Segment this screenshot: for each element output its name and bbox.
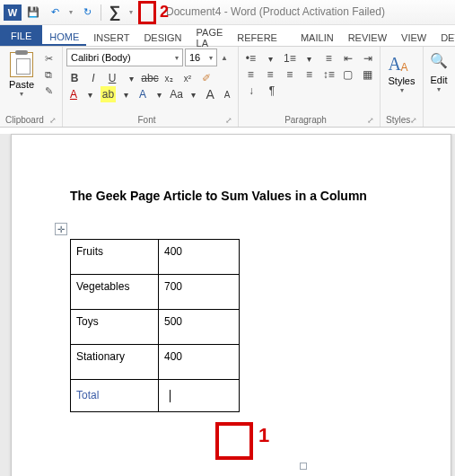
subscript-button[interactable]: x₂ bbox=[161, 70, 177, 86]
sum-button[interactable]: ∑ bbox=[105, 3, 125, 22]
bullets-button[interactable]: •≡ bbox=[242, 50, 259, 66]
cell-label[interactable]: Vegetables bbox=[71, 275, 159, 310]
tab-file[interactable]: FILE bbox=[0, 25, 42, 46]
styles-button[interactable]: AA Styles ▾ bbox=[384, 48, 419, 98]
bullets-dropdown[interactable]: ▾ bbox=[262, 50, 279, 66]
table-row-total: Total bbox=[71, 380, 240, 412]
cell-label[interactable]: Toys bbox=[71, 310, 159, 345]
window-title: Document4 - Word (Product Activation Fai… bbox=[166, 5, 385, 18]
underline-dropdown[interactable]: ▾ bbox=[123, 70, 139, 86]
format-painter-button[interactable]: ✎ bbox=[41, 84, 56, 97]
title-bar: W 💾 ↶ ▾ ↻ ∑ ▾ Document4 - Word (Product … bbox=[0, 0, 455, 25]
superscript-button[interactable]: x² bbox=[179, 70, 196, 86]
page[interactable]: The Geek Page Article to Sum Values in a… bbox=[11, 134, 451, 476]
show-marks-button[interactable]: ¶ bbox=[263, 83, 281, 99]
table-resize-handle[interactable] bbox=[300, 463, 307, 470]
cell-value[interactable]: 700 bbox=[159, 275, 240, 310]
clipboard-dialog-launcher[interactable]: ⤢ bbox=[49, 116, 57, 125]
decrease-indent-button[interactable]: ⇤ bbox=[340, 50, 357, 66]
copy-button[interactable]: ⧉ bbox=[41, 68, 56, 81]
tab-view[interactable]: VIEW bbox=[394, 25, 433, 46]
find-icon: 🔍 bbox=[430, 52, 448, 69]
numbering-dropdown[interactable]: ▾ bbox=[301, 50, 318, 66]
cell-total-value[interactable] bbox=[159, 380, 240, 412]
italic-button[interactable]: I bbox=[85, 70, 101, 86]
increase-indent-button[interactable]: ⇥ bbox=[359, 50, 376, 66]
table-row: Stationary400 bbox=[71, 345, 240, 380]
strikethrough-button[interactable]: abc bbox=[142, 70, 158, 86]
redo-button[interactable]: ↻ bbox=[77, 3, 97, 22]
data-table[interactable]: Fruits400 Vegetables700 Toys500 Stationa… bbox=[70, 239, 240, 412]
align-left-button[interactable]: ≡ bbox=[242, 66, 259, 83]
font-name-combo[interactable]: Calibri (Body) ▾ bbox=[66, 48, 183, 66]
grow-font-button[interactable]: A bbox=[203, 86, 217, 102]
cut-button[interactable]: ✂ bbox=[41, 52, 56, 65]
annotation-box-2 bbox=[138, 1, 156, 24]
multilevel-button[interactable]: ≡ bbox=[320, 50, 337, 66]
shrink-font-button[interactable]: A bbox=[220, 86, 234, 102]
font-size-dropdown-icon: ▾ bbox=[209, 54, 213, 62]
ribbon-tabs: FILE HOME INSERT DESIGN PAGE LA REFERE M… bbox=[0, 25, 455, 47]
paste-button[interactable]: Paste ▾ bbox=[4, 48, 39, 101]
styles-icon: AA bbox=[389, 52, 416, 75]
qat-dropdown[interactable]: ▾ bbox=[66, 3, 75, 22]
borders-button[interactable]: ▦ bbox=[359, 66, 376, 83]
undo-button[interactable]: ↶ bbox=[45, 3, 65, 22]
highlight-button[interactable]: ab bbox=[101, 86, 117, 102]
underline-button[interactable]: U bbox=[104, 70, 120, 86]
cell-label[interactable]: Fruits bbox=[71, 240, 159, 275]
qat-customize-dropdown[interactable]: ▾ bbox=[127, 3, 136, 22]
font-color-dropdown[interactable]: ▾ bbox=[83, 86, 98, 102]
tab-developer[interactable]: DEVELO bbox=[433, 25, 455, 46]
clear-format-button[interactable]: ✐ bbox=[198, 70, 214, 86]
editing-text: Edit bbox=[431, 75, 448, 85]
change-case-button[interactable]: Aa bbox=[170, 86, 184, 102]
document-heading[interactable]: The Geek Page Article to Sum Values in a… bbox=[70, 189, 367, 203]
sort-button[interactable]: ↓ bbox=[242, 83, 260, 99]
tab-home[interactable]: HOME bbox=[42, 25, 86, 46]
paste-dropdown-icon[interactable]: ▾ bbox=[20, 90, 23, 98]
cell-value[interactable]: 500 bbox=[159, 310, 240, 345]
find-button[interactable]: 🔍 Edit ▾ bbox=[427, 48, 451, 93]
group-label-styles: Styles ⤢ bbox=[384, 113, 419, 127]
annotation-number-2: 2 bbox=[160, 3, 169, 22]
cell-value[interactable]: 400 bbox=[159, 345, 240, 380]
font-size-value: 16 bbox=[189, 52, 200, 63]
styles-dropdown-icon: ▾ bbox=[400, 86, 404, 94]
paste-label: Paste bbox=[9, 79, 34, 90]
group-label-font: Font ⤢ bbox=[66, 113, 234, 127]
tab-review[interactable]: REVIEW bbox=[341, 25, 394, 46]
text-effects-button[interactable]: A bbox=[136, 86, 150, 102]
styles-text: Styles bbox=[389, 75, 416, 86]
shading-button[interactable]: ▢ bbox=[340, 66, 357, 83]
font-name-dropdown-icon: ▾ bbox=[175, 54, 179, 62]
justify-button[interactable]: ≡ bbox=[301, 66, 318, 83]
text-cursor bbox=[170, 390, 171, 402]
save-button[interactable]: 💾 bbox=[23, 3, 43, 22]
cell-label[interactable]: Stationary bbox=[71, 345, 159, 380]
tab-references[interactable]: REFERE bbox=[230, 25, 284, 46]
align-center-button[interactable]: ≡ bbox=[262, 66, 279, 83]
styles-dialog-launcher[interactable]: ⤢ bbox=[410, 116, 417, 125]
tab-insert[interactable]: INSERT bbox=[86, 25, 136, 46]
font-color-button[interactable]: A bbox=[66, 86, 81, 102]
text-effects-dropdown[interactable]: ▾ bbox=[153, 86, 167, 102]
paragraph-dialog-launcher[interactable]: ⤢ bbox=[367, 116, 374, 125]
align-right-button[interactable]: ≡ bbox=[281, 66, 298, 83]
case-dropdown[interactable]: ▾ bbox=[187, 86, 201, 102]
table-move-handle[interactable]: ✛ bbox=[55, 223, 67, 235]
font-size-combo[interactable]: 16 ▾ bbox=[185, 48, 217, 66]
cell-total-label[interactable]: Total bbox=[71, 380, 159, 412]
bold-button[interactable]: B bbox=[66, 70, 83, 86]
tab-design[interactable]: DESIGN bbox=[136, 25, 188, 46]
tab-page-layout[interactable]: PAGE LA bbox=[189, 25, 231, 46]
tab-mailings[interactable]: MAILIN bbox=[293, 25, 341, 46]
numbering-button[interactable]: 1≡ bbox=[281, 50, 298, 66]
cell-value[interactable]: 400 bbox=[159, 240, 240, 275]
font-dialog-launcher[interactable]: ⤢ bbox=[225, 116, 232, 125]
paste-icon bbox=[10, 52, 33, 77]
highlight-dropdown[interactable]: ▾ bbox=[118, 86, 133, 102]
size-stepper[interactable]: ▲ bbox=[221, 54, 228, 62]
editing-dropdown-icon: ▾ bbox=[437, 85, 441, 93]
line-spacing-button[interactable]: ↕≡ bbox=[320, 66, 337, 83]
